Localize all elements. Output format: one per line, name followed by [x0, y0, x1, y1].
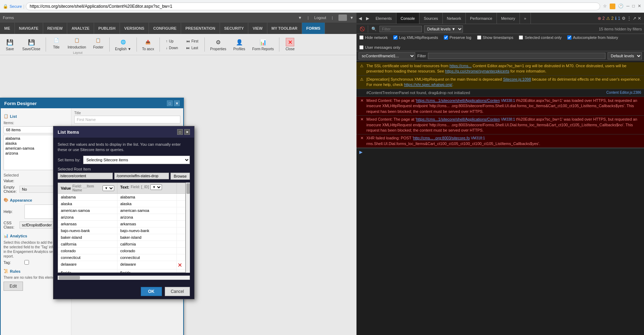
- timestamps-checkbox[interactable]: [477, 35, 481, 40]
- nav-item-configure[interactable]: CONFIGURE: [149, 23, 181, 34]
- english-button[interactable]: 🌐 English ▼: [112, 36, 134, 53]
- xhr-spec-link[interactable]: https://xhr.spec.whatwg.org/: [404, 82, 452, 87]
- ssl-link-2[interactable]: https://g.co/chrome/symantecpkicerts: [445, 69, 510, 73]
- browse-button[interactable]: Browse: [170, 173, 190, 180]
- dt-tab-elements[interactable]: Elements: [371, 13, 396, 24]
- devtools-settings-icon[interactable]: ⚙: [622, 16, 626, 21]
- profiles-button[interactable]: 👤 Profiles: [230, 36, 248, 53]
- dialog-close-button[interactable]: ✕: [184, 129, 190, 135]
- delete-delaware-button[interactable]: ✕: [177, 261, 183, 269]
- dt-option-selected-context[interactable]: Selected context only: [519, 35, 562, 40]
- close-button[interactable]: ✕ Close: [282, 36, 298, 53]
- devtools-forward-button[interactable]: ▶: [364, 13, 371, 24]
- log-source-vm2[interactable]: VM338:1: [501, 117, 515, 121]
- to-ascx-button[interactable]: 📤 To ascx: [139, 36, 157, 53]
- path-input-1[interactable]: [58, 173, 113, 179]
- save-button[interactable]: 💾 Save: [1, 36, 18, 53]
- context-select[interactable]: scContentIframeId1...: [359, 52, 415, 59]
- devtools-levels-select[interactable]: Default levels ▼: [424, 25, 463, 33]
- selected-context-checkbox[interactable]: [519, 35, 523, 40]
- nav-item-analyze[interactable]: ANALYZE: [67, 23, 94, 34]
- last-button[interactable]: ⏭ Last: [184, 45, 201, 51]
- close-browser-icon[interactable]: ✕: [638, 4, 641, 9]
- log-source-vm1[interactable]: VM338:1: [501, 99, 515, 103]
- dt-tab-console[interactable]: Console: [396, 13, 419, 24]
- dt-option-user-messages[interactable]: User messages only: [359, 45, 400, 50]
- text-field-select[interactable]: ▼: [150, 184, 162, 190]
- clock-icon[interactable]: 🕐: [618, 4, 623, 9]
- preserve-log-checkbox[interactable]: [444, 35, 448, 40]
- title-button[interactable]: 📄 Title: [49, 34, 64, 51]
- mixed-link-1[interactable]: https://cms...1/sitecore/shell/Applicati…: [416, 98, 500, 103]
- star-icon[interactable]: ☆: [603, 4, 607, 9]
- nav-item-presentation[interactable]: PRESENTATION: [181, 23, 220, 34]
- items-table[interactable]: Value Field: __Item Name ▼ Text: Field: …: [58, 183, 186, 273]
- devtools-filter-input[interactable]: [379, 26, 422, 32]
- autocomplete-checkbox[interactable]: [567, 35, 572, 40]
- dt-tab-network[interactable]: Network: [443, 13, 466, 24]
- cancel-button[interactable]: Cancel: [165, 287, 190, 296]
- table-scrollbar[interactable]: [186, 183, 190, 273]
- first-button[interactable]: ⏮ First: [184, 38, 201, 44]
- introduction-button[interactable]: 📋 Introduction: [64, 34, 89, 51]
- devtools-clear-icon[interactable]: 🚫: [359, 25, 366, 33]
- devtools-dock-icon[interactable]: ↗: [633, 16, 636, 21]
- mixed-link-2[interactable]: https://cms...1/sitecore/shell/Applicati…: [416, 117, 500, 121]
- log-source-vm3[interactable]: VM318:1: [471, 136, 485, 140]
- dt-tab-performance[interactable]: Performance: [466, 13, 497, 24]
- nav-item-review[interactable]: REVIEW: [43, 23, 67, 34]
- save-close-button[interactable]: 💾 Save/Close: [19, 36, 43, 53]
- properties-button[interactable]: ⚙ Properties: [207, 36, 230, 53]
- path-input-2[interactable]: [114, 173, 169, 179]
- user-messages-checkbox[interactable]: [359, 45, 364, 50]
- set-items-select[interactable]: Selecting Sitecore items: [83, 156, 190, 164]
- ssl-link-1[interactable]: https://cms...: [449, 64, 471, 68]
- nav-item-navigate[interactable]: NAVIGATE: [15, 23, 43, 34]
- fd-tag-checkbox[interactable]: [24, 260, 29, 265]
- form-reports-button[interactable]: 📊 Form Reports: [249, 36, 277, 53]
- footer-button[interactable]: 📋 Footer: [90, 34, 106, 51]
- xhr-failed-link[interactable]: http://cms... .org:8003/sitecore.fo: [413, 136, 470, 140]
- fd-maximize-button[interactable]: □: [167, 100, 173, 106]
- log-source-panel[interactable]: Content Editor.js:2386: [607, 90, 641, 96]
- hide-network-checkbox[interactable]: [359, 35, 364, 40]
- dt-option-preserve[interactable]: Preserve log: [444, 35, 471, 40]
- user-dropdown-icon[interactable]: ▼: [350, 16, 354, 20]
- dt-tab-sources[interactable]: Sources: [419, 13, 442, 24]
- dt-tab-more[interactable]: »: [520, 13, 531, 24]
- context-filter-input[interactable]: [428, 53, 605, 59]
- dt-tab-memory[interactable]: Memory: [497, 13, 520, 24]
- devtools-filter-icon[interactable]: 🔍: [370, 25, 377, 33]
- dialog-maximize-button[interactable]: □: [177, 129, 183, 135]
- context-levels-select[interactable]: Default levels: [608, 52, 642, 59]
- nav-item-view[interactable]: VIEW: [248, 23, 267, 34]
- browser-tab-1[interactable]: [610, 4, 615, 9]
- fd-edit-button[interactable]: Edit: [4, 282, 23, 291]
- minimize-icon[interactable]: ─: [626, 4, 630, 9]
- up-button[interactable]: ↑ Up: [163, 38, 181, 44]
- horizontal-scrollbar[interactable]: [58, 276, 190, 280]
- down-button[interactable]: ↓ Down: [163, 45, 181, 51]
- dropdown-forms-icon[interactable]: ▼: [298, 16, 302, 20]
- nav-item-security[interactable]: SECURITY: [220, 23, 249, 34]
- logout-link[interactable]: Logout: [314, 16, 326, 20]
- value-field-select[interactable]: ▼: [103, 185, 114, 191]
- devtools-more-icon[interactable]: ⋮: [627, 16, 631, 21]
- sitecore-link[interactable]: Sitecore.js:1098: [503, 77, 531, 81]
- nav-item-my-toolbar[interactable]: MY TOOLBAR: [267, 23, 302, 34]
- ok-button[interactable]: OK: [141, 287, 162, 296]
- console-input[interactable]: [365, 150, 641, 154]
- fd-close-button[interactable]: ✕: [174, 100, 180, 106]
- devtools-close-icon[interactable]: ✕: [638, 16, 641, 21]
- nav-item-me[interactable]: ME: [0, 23, 15, 34]
- dt-option-hide-network[interactable]: Hide network: [359, 35, 388, 40]
- dt-option-autocomplete[interactable]: Autocomplete from history: [567, 35, 618, 40]
- browser-url-input[interactable]: [26, 2, 600, 10]
- nav-item-publish[interactable]: PUBLISH: [94, 23, 120, 34]
- log-xhr-checkbox[interactable]: [393, 35, 398, 40]
- devtools-back-button[interactable]: ◀: [356, 13, 364, 24]
- dt-option-log-xhr[interactable]: Log XMLHttpRequests: [393, 35, 438, 40]
- maximize-icon[interactable]: □: [632, 4, 635, 9]
- dt-option-timestamps[interactable]: Show timestamps: [477, 35, 514, 40]
- nav-item-versions[interactable]: VERSIONS: [120, 23, 149, 34]
